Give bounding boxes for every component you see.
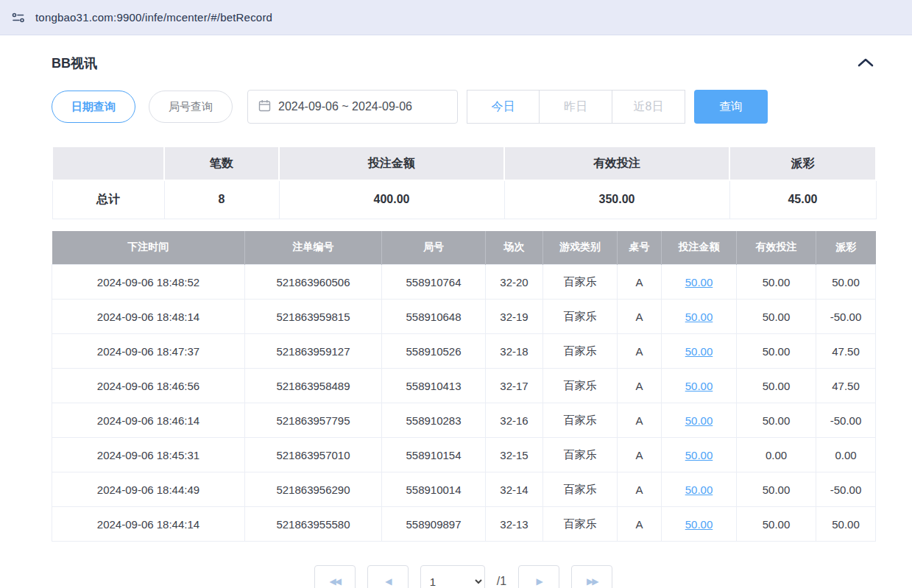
cell-payout: -50.00: [816, 403, 876, 438]
collapse-chevron-up-icon[interactable]: [856, 56, 875, 71]
cell-table-no: A: [618, 334, 662, 369]
header-bet-amount: 投注金额: [662, 231, 737, 265]
cell-round-no: 558910526: [382, 334, 486, 369]
bet-table-header-row: 下注时间 注单编号 局号 场次 游戏类别 桌号 投注金额 有效投注 派彩: [52, 231, 876, 265]
cell-payout: 47.50: [816, 369, 876, 403]
cell-table-no: A: [618, 438, 662, 472]
cell-bet-time: 2024-09-06 18:44:49: [52, 472, 245, 507]
cell-session: 32-17: [486, 369, 543, 403]
cell-session: 32-16: [486, 403, 543, 438]
cell-order-no: 521863955580: [245, 507, 382, 542]
bet-amount-link[interactable]: 50.00: [685, 449, 713, 461]
cell-table-no: A: [618, 403, 662, 438]
cell-session: 32-14: [486, 472, 543, 507]
table-row: 2024-09-06 18:48:14 521863959815 5589106…: [52, 300, 876, 334]
cell-payout: 50.00: [816, 265, 876, 300]
cell-game-type: 百家乐: [543, 472, 618, 507]
date-range-picker[interactable]: 2024-09-06 ~ 2024-09-06: [247, 90, 458, 124]
cell-round-no: 558909897: [382, 507, 486, 542]
today-button[interactable]: 今日: [467, 90, 540, 124]
bet-records-table: 下注时间 注单编号 局号 场次 游戏类别 桌号 投注金额 有效投注 派彩 202…: [52, 231, 876, 542]
cell-table-no: A: [618, 265, 662, 300]
header-table-no: 桌号: [618, 231, 662, 265]
cell-valid-bet: 50.00: [737, 507, 816, 542]
table-row: 2024-09-06 18:44:49 521863956290 5589100…: [52, 472, 876, 507]
table-row: 2024-09-06 18:46:14 521863957795 5589102…: [52, 403, 876, 438]
cell-session: 32-19: [486, 300, 543, 334]
url-text[interactable]: tongbao31.com:9900/infe/mcenter/#/betRec…: [35, 11, 272, 24]
cell-bet-amount: 50.00: [662, 472, 737, 507]
page-title: BB视讯: [52, 54, 97, 72]
cell-bet-time: 2024-09-06 18:45:31: [52, 438, 245, 472]
cell-valid-bet: 50.00: [737, 265, 816, 300]
header-session: 场次: [486, 231, 543, 265]
bet-amount-link[interactable]: 50.00: [685, 483, 713, 496]
date-query-tab[interactable]: 日期查询: [52, 91, 135, 123]
cell-round-no: 558910154: [382, 438, 486, 472]
summary-header-count: 笔数: [164, 146, 279, 180]
cell-game-type: 百家乐: [543, 369, 618, 403]
cell-game-type: 百家乐: [543, 300, 618, 334]
next-page-button[interactable]: ▶: [518, 565, 559, 588]
browser-profile-icon[interactable]: [10, 10, 26, 26]
cell-table-no: A: [618, 369, 662, 403]
page-select[interactable]: 1: [420, 565, 485, 588]
bet-amount-link[interactable]: 50.00: [685, 518, 713, 531]
summary-header-payout: 派彩: [729, 146, 876, 180]
prev-page-button[interactable]: ◀: [367, 565, 409, 588]
cell-payout: -50.00: [816, 300, 876, 334]
first-page-button[interactable]: ◀◀: [314, 565, 356, 588]
cell-order-no: 521863957010: [245, 438, 382, 472]
bet-amount-link[interactable]: 50.00: [685, 345, 713, 358]
cell-order-no: 521863958489: [245, 369, 382, 403]
last-8-days-button[interactable]: 近8日: [612, 90, 685, 124]
cell-order-no: 521863956290: [245, 472, 382, 507]
round-query-tab[interactable]: 局号查询: [149, 91, 233, 123]
search-button[interactable]: 查询: [694, 90, 768, 124]
summary-header-bet-amount: 投注金额: [279, 146, 504, 180]
summary-count-value: 8: [164, 180, 279, 219]
cell-bet-time: 2024-09-06 18:48:14: [52, 300, 245, 334]
bet-amount-link[interactable]: 50.00: [685, 311, 713, 323]
summary-valid-bet-value: 350.00: [504, 180, 729, 219]
cell-round-no: 558910648: [382, 300, 486, 334]
bet-amount-link[interactable]: 50.00: [685, 380, 713, 392]
cell-valid-bet: 50.00: [737, 300, 816, 334]
cell-valid-bet: 50.00: [737, 403, 816, 438]
header-bet-time: 下注时间: [52, 231, 245, 265]
cell-round-no: 558910413: [382, 369, 486, 403]
cell-payout: 0.00: [816, 438, 876, 472]
bet-amount-link[interactable]: 50.00: [685, 414, 713, 427]
header-payout: 派彩: [816, 231, 876, 265]
cell-valid-bet: 50.00: [737, 334, 816, 369]
bet-amount-link[interactable]: 50.00: [685, 276, 713, 288]
cell-payout: 50.00: [816, 507, 876, 542]
cell-bet-time: 2024-09-06 18:46:56: [52, 369, 245, 403]
calendar-icon: [258, 99, 271, 115]
cell-bet-time: 2024-09-06 18:48:52: [52, 265, 245, 300]
cell-order-no: 521863959815: [245, 300, 382, 334]
summary-total-row: 总计 8 400.00 350.00 45.00: [52, 180, 876, 219]
cell-session: 32-15: [486, 438, 543, 472]
summary-total-label: 总计: [52, 180, 164, 219]
table-row: 2024-09-06 18:48:52 521863960506 5589107…: [52, 265, 876, 300]
cell-bet-amount: 50.00: [662, 300, 737, 334]
cell-valid-bet: 50.00: [737, 369, 816, 403]
yesterday-button[interactable]: 昨日: [540, 90, 612, 124]
cell-game-type: 百家乐: [543, 334, 618, 369]
cell-table-no: A: [618, 507, 662, 542]
pagination: ◀◀ ◀ 1 /1 ▶ ▶▶: [52, 565, 875, 588]
cell-game-type: 百家乐: [543, 403, 618, 438]
last-page-button[interactable]: ▶▶: [571, 565, 612, 588]
cell-payout: 47.50: [816, 334, 876, 369]
cell-order-no: 521863957795: [245, 403, 382, 438]
cell-game-type: 百家乐: [543, 438, 618, 472]
cell-bet-amount: 50.00: [662, 507, 737, 542]
main-content: BB视讯 日期查询 局号查询 2024-0: [0, 54, 912, 588]
cell-game-type: 百家乐: [543, 265, 618, 300]
date-range-value: 2024-09-06 ~ 2024-09-06: [278, 100, 412, 113]
address-bar: tongbao31.com:9900/infe/mcenter/#/betRec…: [0, 0, 912, 35]
cell-session: 32-13: [486, 507, 543, 542]
cell-round-no: 558910764: [382, 265, 486, 300]
cell-order-no: 521863959127: [245, 334, 382, 369]
